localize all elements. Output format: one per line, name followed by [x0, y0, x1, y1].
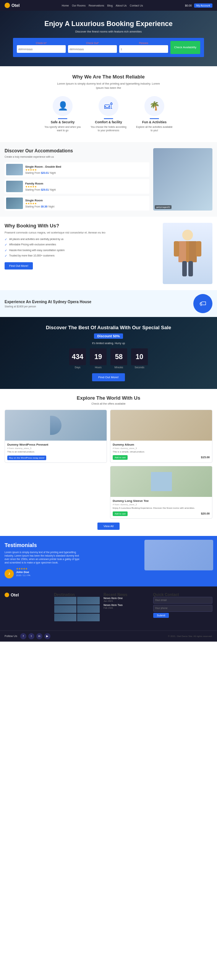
nav-reservations[interactable]: Reservations [89, 4, 104, 7]
feature-comfort: 🛋 Comfort & facility You choose the hote… [89, 96, 128, 138]
nav-contact[interactable]: Contact Us [130, 4, 143, 7]
cart-count[interactable]: $0.00 [185, 4, 192, 7]
my-account-button[interactable]: My Account [194, 3, 212, 8]
nav-home[interactable]: Home [62, 4, 69, 7]
nav-about[interactable]: About Us [116, 4, 127, 7]
footer-submit-button[interactable]: Submit [153, 613, 169, 618]
product-store-1: # from: dummy_store_5 [7, 447, 104, 449]
room-info-1: Single Room - Double Bed ★★★★★ Starting … [25, 165, 61, 174]
experience-icon-circle: 🏷 [193, 294, 212, 313]
instagram-icon[interactable]: in [36, 633, 42, 639]
news-title-1: News Item One [104, 597, 149, 599]
check-icon-4: ✓ [5, 254, 7, 258]
checkin-input[interactable] [17, 45, 66, 53]
sale-heading: Discover The Best Of Australia With Our … [5, 325, 212, 331]
footer-email-input[interactable] [153, 597, 212, 604]
room-price-1: Starting From $20.01/ Night [25, 172, 61, 174]
checkout-input[interactable] [68, 45, 117, 53]
room-thumb-1 [6, 164, 23, 175]
dest-thumb-4 [77, 605, 100, 613]
twitter-icon[interactable]: t [28, 633, 34, 639]
experience-left: Experience An Evening At Sydney Opera Ho… [5, 300, 91, 308]
security-circle: 👤 [53, 96, 73, 116]
experience-heading: Experience An Evening At Sydney Opera Ho… [5, 300, 91, 304]
hours-number: 19 [90, 348, 107, 365]
room-price-2: Starting From $29.01/ Night [25, 188, 56, 191]
product-price-3: $20.00 [201, 512, 210, 515]
footer-contact-col: Quick Contact Submit [153, 593, 212, 623]
experience-price: Starting at $1600 per person [5, 305, 91, 308]
accommodations-left: Discover Our Accommodations Create a tru… [5, 148, 149, 211]
persons-input[interactable] [119, 45, 168, 53]
product-body-1: Dummy WordPress Pennant # from: dummy_st… [5, 441, 107, 462]
check-icon-1: ✓ [5, 238, 7, 242]
svg-rect-5 [196, 241, 201, 256]
news-title-2: News Item Two [104, 604, 149, 606]
countdown-minutes: 58 Minutes [110, 348, 127, 369]
dest-thumb-6 [77, 614, 100, 621]
dest-thumb-3 [54, 605, 77, 613]
dest-thumb-1 [54, 597, 77, 604]
product-image-3 [110, 466, 212, 497]
youtube-icon[interactable]: ▶ [44, 633, 50, 639]
product-name-1: Dummy WordPress Pennant [7, 443, 104, 446]
nav-blog[interactable]: Blog [107, 4, 113, 7]
experience-section: Experience An Evening At Sydney Opera Ho… [0, 290, 217, 317]
booking-heading: Why Booking With Us? [5, 223, 159, 229]
testimonials-heading: Testimonials [5, 542, 81, 548]
tag-icon: 🏷 [199, 300, 206, 308]
add-to-cart-button-2[interactable]: Add to cart [113, 455, 128, 460]
security-underline [58, 118, 67, 119]
product-body-3: Dummy Long Sleeve Tee # from: dummy_stor… [110, 497, 212, 518]
add-to-cart-button-3[interactable]: Add to cart [113, 511, 128, 516]
follow-label: Follow Us [5, 634, 17, 638]
room-item-1: Single Room - Double Bed ★★★★★ Starting … [5, 162, 149, 177]
products-grid: Dummy WordPress Pennant # from: dummy_st… [5, 410, 212, 519]
testimonials-content: Testimonials Lorem ipsum is simply dummy… [5, 542, 81, 580]
hours-label: Hours [90, 366, 107, 369]
review-stars: ★★★★★ [16, 567, 31, 570]
check-icon-3: ✓ [5, 249, 7, 253]
room-name-3: Single Room [25, 199, 54, 202]
seconds-label: Seconds [131, 366, 148, 369]
view-all-button[interactable]: View All [97, 523, 120, 530]
nav-links: Home Our Rooms Reservations Blog About U… [62, 4, 143, 7]
booking-left: Why Booking With Us? Praesent commodo cu… [5, 223, 159, 269]
sale-find-out-button[interactable]: Find Out More! [92, 373, 125, 381]
feature-security: 👤 Safe & Security You specify where and … [44, 96, 82, 138]
product-buy-button-1[interactable]: Buy on the WordPress swag store! [7, 456, 46, 460]
find-out-more-button[interactable]: Find Out More! [5, 262, 33, 270]
product-card-1: Dummy WordPress Pennant # from: dummy_st… [5, 410, 107, 463]
dest-thumb-2 [77, 597, 100, 604]
nav-right: $0.00 My Account [185, 3, 212, 8]
booking-features: ✓ All places and activities are carefull… [5, 238, 159, 258]
booking-right [163, 223, 212, 284]
check-icon-2: ✓ [5, 243, 7, 247]
activities-underline [150, 118, 159, 119]
svg-rect-3 [189, 241, 197, 262]
features-row: 👤 Safe & Security You specify where and … [8, 96, 209, 138]
reviewer-date: 2020 / 11 / PA [16, 574, 31, 577]
special-sale-section: Discover The Best Of Australia With Our … [0, 317, 217, 389]
comfort-desc: You choose the hotels according to your … [89, 125, 128, 132]
product-price-2: $15.00 [201, 456, 210, 459]
testimonials-text: Lorem ipsum is simply dummy text of the … [5, 550, 81, 564]
svg-point-0 [182, 230, 193, 240]
seconds-number: 10 [131, 348, 148, 365]
room-list: Single Room - Double Bed ★★★★★ Starting … [5, 162, 149, 211]
why-booking-section: Why Booking With Us? Praesent commodo cu… [0, 217, 217, 290]
activities-icon: 🌴 [149, 101, 160, 111]
footer-phone-input[interactable] [153, 605, 212, 612]
checkin-label: Check In* [17, 42, 66, 44]
pennant-shape [50, 416, 62, 435]
room-thumb-3 [6, 198, 23, 209]
nav-rooms[interactable]: Our Rooms [72, 4, 86, 7]
person-image [163, 223, 212, 284]
hero-title: Enjoy A Luxurious Booking Experience [44, 20, 173, 28]
why-description: Lorem Ipsum is simply dummy text of the … [55, 82, 162, 90]
check-availability-button[interactable]: Check Availability [170, 41, 200, 54]
footer: Otel Destination Recent News News Item O… [0, 586, 217, 630]
facebook-icon[interactable]: f [20, 633, 26, 639]
checkin-field: Check In* [17, 42, 66, 53]
security-desc: You specify where and when you want to g… [44, 125, 82, 132]
